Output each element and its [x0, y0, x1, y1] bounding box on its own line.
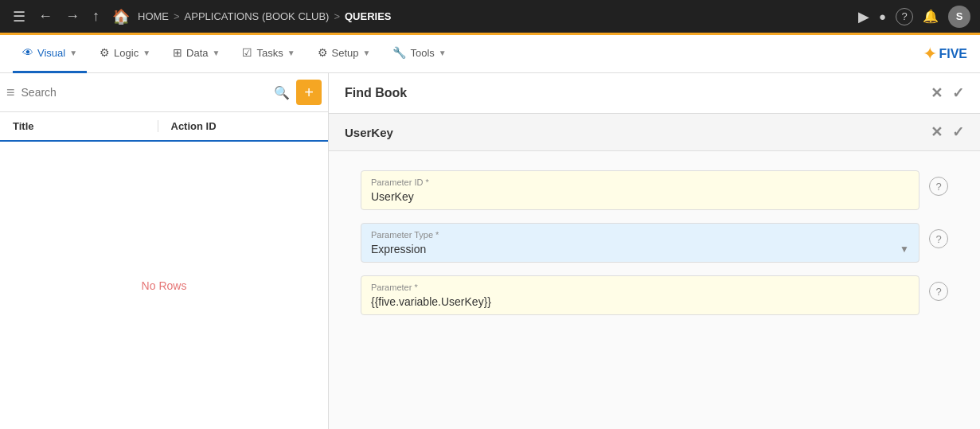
param-row: Parameter * {{five.variable.UserKey}} ? [361, 275, 948, 315]
param-help[interactable]: ? [929, 282, 948, 301]
tasks-arrow: ▼ [287, 49, 295, 57]
userkey-title: UserKey [345, 126, 393, 139]
param-id-value[interactable]: UserKey [371, 190, 909, 203]
tasks-label: Tasks [256, 47, 283, 59]
queries-label: QUERIES [345, 10, 392, 22]
param-type-row: Parameter Type * Expression ▼ ? [361, 223, 948, 263]
param-label: Parameter * [371, 283, 909, 292]
home-label[interactable]: HOME [138, 10, 169, 22]
nav-setup[interactable]: ⚙ Setup ▼ [308, 35, 381, 73]
logic-icon: ⚙ [100, 46, 110, 59]
panel-header-actions: ✕ ✓ [931, 84, 964, 102]
nav-visual[interactable]: 👁 Visual ▼ [13, 35, 87, 73]
col-action: Action ID [158, 120, 316, 132]
top-nav: ☰ ← → ↑ 🏠 HOME > APPLICATIONS (BOOK CLUB… [0, 0, 980, 35]
breadcrumb: 🏠 HOME > APPLICATIONS (BOOK CLUB) > QUER… [109, 5, 852, 29]
search-nav-icon[interactable]: ● [879, 10, 886, 23]
secondary-nav: 👁 Visual ▼ ⚙ Logic ▼ ⊞ Data ▼ ☑ Tasks ▼ … [0, 35, 980, 73]
tasks-icon: ☑ [242, 46, 252, 59]
find-book-title: Find Book [345, 86, 407, 100]
five-logo-star: ✦ [923, 44, 937, 64]
avatar[interactable]: S [948, 6, 970, 28]
param-type-value: Expression [371, 243, 900, 255]
main-content: ≡ 🔍 + Title Action ID No Rows Find Book … [0, 73, 980, 429]
nav-tasks[interactable]: ☑ Tasks ▼ [232, 35, 304, 73]
five-logo: ✦ FIVE [923, 44, 967, 64]
app-label[interactable]: APPLICATIONS (BOOK CLUB) [185, 10, 330, 22]
param-type-chevron: ▼ [900, 244, 909, 255]
param-field: Parameter * {{five.variable.UserKey}} [361, 275, 919, 315]
add-button[interactable]: + [296, 80, 322, 105]
bell-icon[interactable]: 🔔 [923, 9, 939, 24]
visual-label: Visual [37, 47, 65, 59]
five-logo-text: FIVE [939, 47, 967, 61]
play-icon[interactable]: ▶ [858, 8, 869, 25]
home-icon[interactable]: 🏠 [109, 5, 133, 29]
data-label: Data [186, 47, 208, 59]
no-rows-message: No Rows [0, 142, 328, 429]
param-type-field[interactable]: Parameter Type * Expression ▼ [361, 223, 919, 263]
tools-label: Tools [410, 47, 434, 59]
logic-label: Logic [114, 47, 139, 59]
back-icon[interactable]: ← [35, 5, 56, 28]
setup-icon: ⚙ [318, 46, 328, 59]
visual-arrow: ▼ [69, 49, 77, 57]
data-icon: ⊞ [173, 46, 182, 59]
search-bar: ≡ 🔍 + [0, 73, 328, 112]
filter-icon: ≡ [6, 84, 15, 101]
visual-icon: 👁 [22, 46, 33, 59]
find-book-check-icon[interactable]: ✓ [952, 84, 964, 102]
userkey-check-icon[interactable]: ✓ [952, 123, 964, 141]
top-nav-right: ▶ ● ? 🔔 S [858, 6, 970, 28]
nav-logic[interactable]: ⚙ Logic ▼ [90, 35, 160, 73]
logic-arrow: ▼ [143, 49, 150, 57]
breadcrumb-sep1: > [174, 10, 180, 22]
param-type-help[interactable]: ? [929, 229, 948, 248]
help-nav-icon[interactable]: ? [896, 8, 913, 25]
param-value[interactable]: {{five.variable.UserKey}} [371, 295, 909, 308]
param-id-label: Parameter ID * [371, 177, 909, 187]
find-book-header: Find Book ✕ ✓ [329, 73, 980, 114]
form-area: Parameter ID * UserKey ? Parameter Type … [329, 151, 980, 429]
subheader-actions: ✕ ✓ [931, 123, 964, 141]
find-book-close-icon[interactable]: ✕ [931, 84, 943, 102]
tools-arrow: ▼ [439, 49, 447, 57]
tools-icon: 🔧 [392, 46, 406, 59]
menu-icon[interactable]: ☰ [10, 5, 29, 29]
search-input[interactable] [21, 86, 267, 99]
setup-arrow: ▼ [363, 49, 371, 57]
param-type-select-wrap: Expression ▼ [371, 243, 909, 255]
col-title: Title [13, 120, 158, 132]
data-arrow: ▼ [213, 49, 221, 57]
userkey-subheader: UserKey ✕ ✓ [329, 114, 980, 151]
param-id-row: Parameter ID * UserKey ? [361, 170, 948, 210]
breadcrumb-sep2: > [334, 10, 340, 22]
setup-label: Setup [332, 47, 359, 59]
search-icon[interactable]: 🔍 [274, 85, 290, 100]
nav-tools[interactable]: 🔧 Tools ▼ [383, 35, 455, 73]
table-header: Title Action ID [0, 112, 328, 142]
userkey-close-icon[interactable]: ✕ [931, 123, 943, 141]
param-id-field: Parameter ID * UserKey [361, 170, 919, 210]
param-type-label: Parameter Type * [371, 230, 909, 240]
param-id-help[interactable]: ? [929, 177, 948, 196]
right-panel: Find Book ✕ ✓ UserKey ✕ ✓ Parameter ID *… [329, 73, 980, 429]
up-icon[interactable]: ↑ [89, 5, 103, 28]
nav-data[interactable]: ⊞ Data ▼ [163, 35, 229, 73]
left-panel: ≡ 🔍 + Title Action ID No Rows [0, 73, 329, 429]
forward-icon[interactable]: → [62, 5, 83, 28]
